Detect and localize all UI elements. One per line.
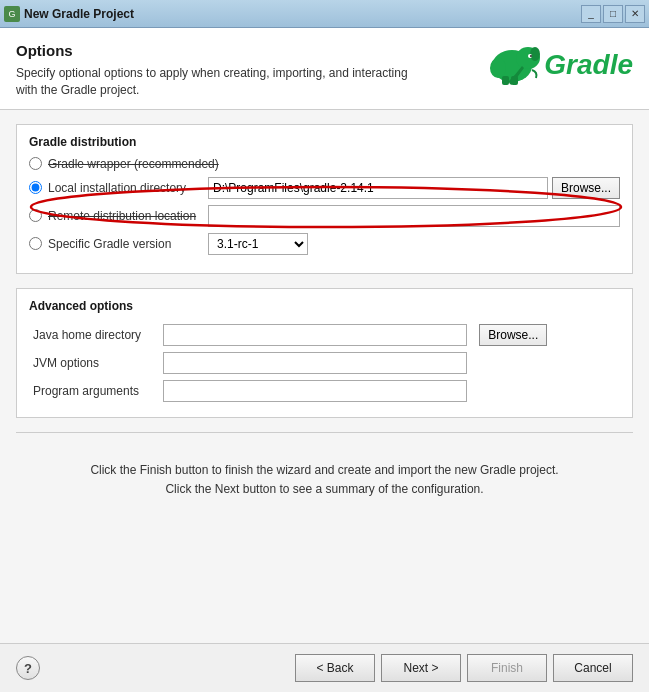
svg-rect-7 — [511, 76, 518, 85]
java-home-browse-button[interactable]: Browse... — [479, 324, 547, 346]
specific-label[interactable]: Specific Gradle version — [48, 237, 208, 251]
title-bar-controls: _ □ ✕ — [581, 5, 645, 23]
minimize-button[interactable]: _ — [581, 5, 601, 23]
cancel-button[interactable]: Cancel — [553, 654, 633, 682]
local-browse-button[interactable]: Browse... — [552, 177, 620, 199]
jvm-options-label: JVM options — [29, 349, 159, 377]
divider — [16, 432, 633, 433]
header-left: Options Specify optional options to appl… — [16, 42, 416, 99]
remote-label[interactable]: Remote distribution location — [48, 209, 208, 223]
help-button[interactable]: ? — [16, 656, 40, 680]
maximize-button[interactable]: □ — [603, 5, 623, 23]
wrapper-radio[interactable] — [29, 157, 42, 170]
local-label[interactable]: Local installation directory — [48, 181, 208, 195]
gradle-elephant-icon — [480, 42, 540, 87]
finish-button[interactable]: Finish — [467, 654, 547, 682]
footer-left: ? — [16, 656, 40, 680]
app-icon: G — [4, 6, 20, 22]
dialog: Options Specify optional options to appl… — [0, 28, 649, 692]
svg-rect-6 — [502, 76, 509, 85]
remote-radio-row: Remote distribution location — [29, 205, 620, 227]
advanced-options-table: Java home directory Browse... JVM option… — [29, 321, 620, 405]
remote-path-input[interactable] — [208, 205, 620, 227]
java-home-label: Java home directory — [29, 321, 159, 349]
svg-point-1 — [490, 58, 506, 78]
program-arguments-input[interactable] — [163, 380, 467, 402]
jvm-options-row: JVM options — [29, 349, 620, 377]
remote-radio[interactable] — [29, 209, 42, 222]
java-home-browse-cell: Browse... — [471, 321, 620, 349]
title-bar: G New Gradle Project _ □ ✕ — [0, 0, 649, 28]
program-arguments-label: Program arguments — [29, 377, 159, 405]
close-button[interactable]: ✕ — [625, 5, 645, 23]
next-button[interactable]: Next > — [381, 654, 461, 682]
wrapper-radio-row: Gradle wrapper (recommended) — [29, 157, 620, 171]
footer: ? < Back Next > Finish Cancel — [0, 643, 649, 692]
gradle-version-select[interactable]: 3.1-rc-1 3.0 2.14.1 2.14 — [208, 233, 308, 255]
back-button[interactable]: < Back — [295, 654, 375, 682]
gradle-distribution-section: Gradle distribution Gradle wrapper (reco… — [16, 124, 633, 274]
advanced-options-title: Advanced options — [29, 299, 620, 313]
info-text: Click the Finish button to finish the wi… — [16, 441, 633, 519]
content-area: Gradle distribution Gradle wrapper (reco… — [0, 110, 649, 643]
local-radio[interactable] — [29, 181, 42, 194]
jvm-options-input[interactable] — [163, 352, 467, 374]
header: Options Specify optional options to appl… — [0, 28, 649, 110]
program-arguments-row: Program arguments — [29, 377, 620, 405]
specific-radio-row: Specific Gradle version 3.1-rc-1 3.0 2.1… — [29, 233, 620, 255]
specific-radio[interactable] — [29, 237, 42, 250]
svg-point-5 — [530, 55, 532, 57]
header-description: Specify optional options to apply when c… — [16, 65, 416, 99]
advanced-options-box: Advanced options Java home directory Bro… — [16, 288, 633, 418]
title-bar-text: New Gradle Project — [24, 7, 581, 21]
local-radio-row: Local installation directory Browse... — [29, 177, 620, 199]
gradle-distribution-title: Gradle distribution — [29, 135, 620, 149]
java-home-input[interactable] — [163, 324, 467, 346]
jvm-options-input-cell — [159, 349, 471, 377]
program-arguments-input-cell — [159, 377, 471, 405]
gradle-logo: Gradle — [480, 42, 633, 87]
wrapper-label[interactable]: Gradle wrapper (recommended) — [48, 157, 219, 171]
java-home-input-cell — [159, 321, 471, 349]
page-title: Options — [16, 42, 416, 59]
java-home-row: Java home directory Browse... — [29, 321, 620, 349]
footer-right: < Back Next > Finish Cancel — [295, 654, 633, 682]
gradle-logo-text: Gradle — [544, 49, 633, 81]
gradle-distribution-box: Gradle distribution Gradle wrapper (reco… — [16, 124, 633, 274]
svg-point-3 — [530, 47, 540, 61]
local-path-input[interactable] — [208, 177, 548, 199]
